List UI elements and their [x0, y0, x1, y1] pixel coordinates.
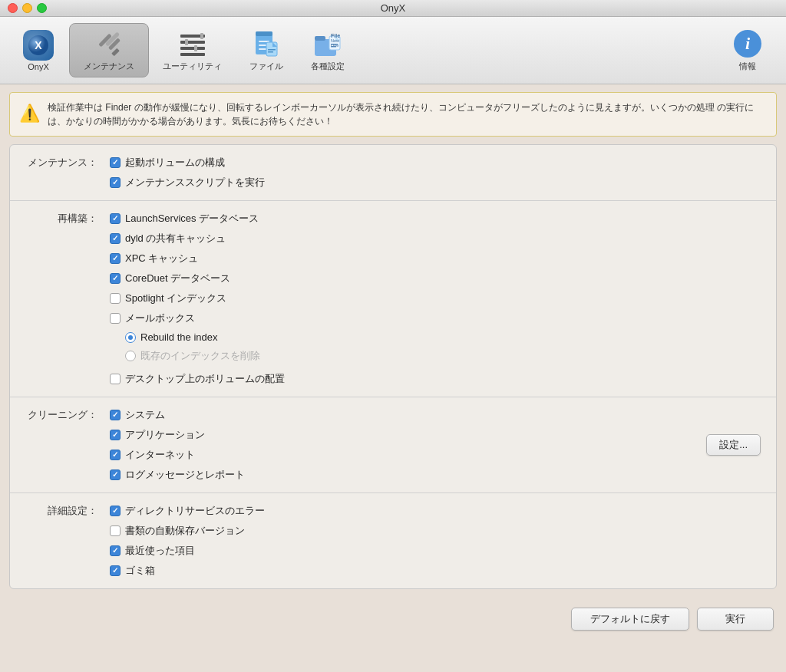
bottom-bar: デフォルトに戻す 実行: [0, 598, 786, 640]
onyx-app-icon-img: X: [23, 30, 54, 61]
spotlight-index-checkbox[interactable]: [110, 293, 121, 304]
info-icon: i: [732, 28, 763, 59]
toolbar: X OnyX メンテナンス: [0, 17, 786, 84]
log-messages-row: ログメッセージとレポート: [110, 466, 761, 483]
recent-items-label: 最近使った項目: [125, 544, 195, 558]
toolbar-item-files[interactable]: ファイル: [236, 24, 297, 77]
delete-index-row: 既存のインデックスを削除: [110, 348, 761, 364]
svg-rect-11: [185, 39, 188, 45]
internet-checkbox[interactable]: [110, 450, 121, 460]
toolbar-item-maintenance[interactable]: メンテナンス: [69, 23, 149, 77]
applications-row: アプリケーション: [110, 427, 761, 443]
recent-items-row: 最近使った項目: [110, 542, 761, 559]
svg-rect-9: [180, 53, 205, 56]
rebuild-index-radio-label: Rebuild the index: [140, 331, 217, 343]
maintenance-section-label: メンテナンス：: [25, 154, 110, 170]
svg-rect-10: [200, 33, 203, 39]
settings-tab-icon: File New One: [312, 28, 343, 59]
desktop-volumes-row: デスクトップ上のボリュームの配置: [110, 371, 761, 387]
system-checkbox[interactable]: [110, 410, 121, 420]
svg-rect-5: [111, 48, 120, 57]
applications-checkbox[interactable]: [110, 430, 121, 440]
xpc-cache-checkbox[interactable]: [110, 253, 121, 264]
files-icon: [251, 28, 282, 59]
directory-services-row: ディレクトリサービスのエラー: [110, 502, 761, 519]
utilities-icon: [177, 28, 208, 59]
warning-icon: ⚠️: [19, 100, 40, 126]
toolbar-item-onyx[interactable]: X OnyX: [8, 25, 69, 76]
directory-services-checkbox[interactable]: [110, 506, 121, 516]
rebuild-items: LaunchServices データベース dyld の共有キャッシュ XPC …: [110, 210, 761, 387]
svg-rect-8: [180, 47, 205, 50]
toolbar-info-label: 情報: [739, 61, 756, 72]
close-button[interactable]: [8, 3, 18, 13]
dyld-cache-row: dyld の共有キャッシュ: [110, 230, 761, 247]
startup-volume-row: 起動ボリュームの構成: [110, 154, 761, 171]
svg-text:One: One: [331, 43, 339, 48]
rebuild-index-radio[interactable]: [125, 332, 136, 343]
reset-button[interactable]: デフォルトに戻す: [571, 608, 689, 631]
maintenance-scripts-checkbox[interactable]: [110, 177, 121, 188]
launch-services-checkbox[interactable]: [110, 213, 121, 224]
mailbox-row: メールボックス: [110, 310, 761, 327]
toolbar-maintenance-label: メンテナンス: [84, 61, 134, 72]
toolbar-item-info[interactable]: i 情報: [717, 24, 778, 77]
cleaning-section-label: クリーニング：: [25, 407, 110, 422]
xpc-cache-label: XPC キャッシュ: [125, 252, 198, 265]
rebuild-section-label: 再構築：: [25, 210, 110, 226]
main-content: メンテナンス： 起動ボリュームの構成 メンテナンススクリプトを実行 再構築： L…: [9, 144, 777, 589]
svg-text:X: X: [35, 39, 42, 51]
execute-button[interactable]: 実行: [697, 608, 774, 631]
launch-services-row: LaunchServices データベース: [110, 210, 761, 227]
window-title: OnyX: [381, 2, 406, 14]
toolbar-item-utilities[interactable]: ユーティリティ: [149, 24, 236, 77]
desktop-volumes-checkbox[interactable]: [110, 374, 121, 384]
dyld-cache-label: dyld の共有キャッシュ: [125, 232, 226, 245]
toolbar-item-settings[interactable]: File New One 各種設定: [297, 24, 358, 77]
maintenance-items: 起動ボリュームの構成 メンテナンススクリプトを実行: [110, 154, 761, 191]
advanced-section-label: 詳細設定：: [25, 502, 110, 518]
maintenance-icon: [94, 28, 124, 59]
maintenance-scripts-label: メンテナンススクリプトを実行: [125, 176, 265, 189]
rebuild-index-row: Rebuild the index: [110, 330, 761, 344]
trash-checkbox[interactable]: [110, 565, 121, 576]
mailbox-checkbox[interactable]: [110, 313, 121, 324]
system-label: システム: [125, 408, 165, 422]
minimize-button[interactable]: [22, 3, 32, 13]
internet-row: インターネット: [110, 446, 761, 463]
startup-volume-label: 起動ボリュームの構成: [125, 156, 225, 170]
titlebar-buttons: [8, 3, 47, 13]
coreduet-db-label: CoreDuet データベース: [125, 272, 230, 285]
auto-save-versions-checkbox[interactable]: [110, 525, 121, 536]
coreduet-db-row: CoreDuet データベース: [110, 270, 761, 287]
system-row: システム: [110, 407, 761, 423]
warning-text: 検証作業中は Finder の動作が緩慢になり、回転するレインボーカーソルが表示…: [48, 100, 767, 128]
svg-rect-23: [315, 36, 325, 41]
svg-rect-12: [194, 45, 197, 51]
trash-label: ゴミ箱: [125, 564, 155, 578]
svg-text:File: File: [331, 33, 340, 38]
directory-services-label: ディレクトリサービスのエラー: [125, 504, 265, 518]
maintenance-section: メンテナンス： 起動ボリュームの構成 メンテナンススクリプトを実行: [10, 145, 776, 201]
log-messages-checkbox[interactable]: [110, 469, 121, 480]
svg-rect-7: [180, 41, 205, 44]
maximize-button[interactable]: [37, 3, 47, 13]
advanced-items: ディレクトリサービスのエラー 書類の自動保存バージョン 最近使った項目 ゴミ箱: [110, 502, 761, 579]
log-messages-label: ログメッセージとレポート: [125, 468, 245, 482]
toolbar-settings-label: 各種設定: [311, 61, 345, 72]
delete-index-radio[interactable]: [125, 351, 136, 361]
titlebar: OnyX: [0, 0, 786, 17]
mailbox-label: メールボックス: [125, 311, 195, 325]
rebuild-section: 再構築： LaunchServices データベース dyld の共有キャッシュ…: [10, 201, 776, 397]
toolbar-files-label: ファイル: [249, 61, 283, 72]
coreduet-db-checkbox[interactable]: [110, 273, 121, 284]
startup-volume-checkbox[interactable]: [110, 157, 121, 168]
dyld-cache-checkbox[interactable]: [110, 233, 121, 244]
desktop-volumes-label: デスクトップ上のボリュームの配置: [125, 372, 285, 386]
launch-services-label: LaunchServices データベース: [125, 212, 259, 226]
recent-items-checkbox[interactable]: [110, 545, 121, 556]
trash-row: ゴミ箱: [110, 562, 761, 579]
settings-button[interactable]: 設定...: [706, 434, 761, 456]
onyx-icon: X: [23, 30, 54, 61]
svg-rect-21: [268, 51, 273, 53]
